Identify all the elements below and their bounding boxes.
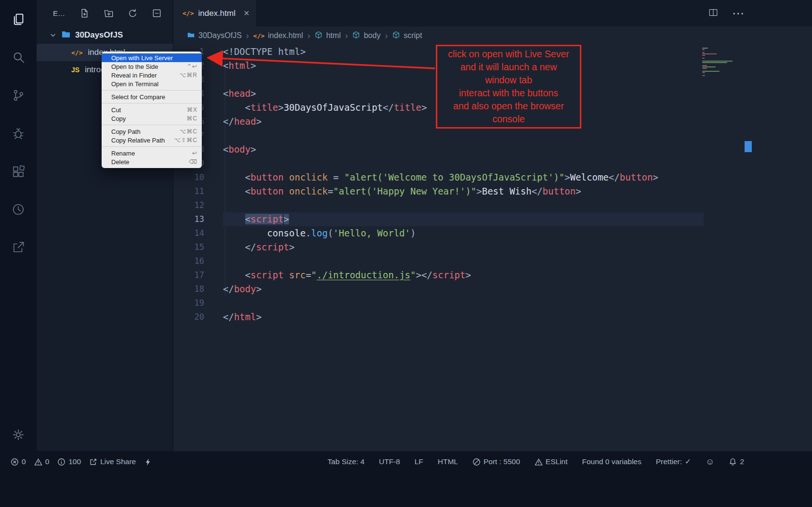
line-content: [223, 296, 704, 310]
menu-item-shortcut: ⌘X: [187, 106, 197, 113]
status-item-bolt[interactable]: [144, 458, 152, 466]
status-item-live-share[interactable]: Live Share: [89, 457, 136, 466]
breadcrumb-item-body[interactable]: body: [352, 31, 380, 41]
menu-item-reveal-in-finder[interactable]: Reveal in Finder⌥⌘R: [102, 71, 202, 79]
menu-item-label: Open in Terminal: [111, 80, 197, 88]
new-file-icon[interactable]: [79, 8, 90, 19]
new-folder-icon[interactable]: [103, 8, 114, 19]
sidebar-actions: [79, 8, 162, 19]
status-item-tab-size[interactable]: Tab Size: 4: [327, 457, 365, 466]
annotation-line: and also open the browser: [438, 100, 579, 113]
more-actions-icon[interactable]: ⋯: [732, 6, 745, 20]
status-item-text: Live Share: [100, 457, 136, 466]
minimap[interactable]: [702, 48, 742, 77]
menu-item-label: Rename: [111, 150, 192, 157]
status-item-eslint[interactable]: ESLint: [535, 457, 568, 466]
split-editor-icon[interactable]: [708, 7, 719, 20]
line-content: [223, 129, 704, 143]
menu-item-rename[interactable]: Rename↩: [102, 149, 202, 157]
status-item-variables[interactable]: Found 0 variables: [582, 457, 642, 466]
refresh-explorer-icon[interactable]: [127, 8, 138, 19]
status-item-notifications[interactable]: 2: [729, 457, 744, 466]
status-item-text: UTF-8: [379, 457, 400, 466]
menu-item-open-in-terminal[interactable]: Open in Terminal: [102, 79, 202, 88]
menu-item-open-with-live-server[interactable]: Open with Live Server: [102, 53, 202, 62]
window-footer: [0, 472, 812, 507]
breadcrumb-item-30daysofjs[interactable]: 30DaysOfJS: [187, 31, 242, 41]
menu-item-cut[interactable]: Cut⌘X: [102, 105, 202, 114]
search-icon[interactable]: [11, 50, 26, 65]
tree-item-30daysofjs[interactable]: 30DaysOfJS: [37, 26, 173, 44]
menu-item-copy-relative-path[interactable]: Copy Relative Path⌥⇧⌘C: [102, 136, 202, 144]
breadcrumb-separator: ›: [385, 31, 388, 41]
live-share-icon[interactable]: [11, 240, 26, 255]
activity-bar: [0, 0, 37, 451]
explorer-icon[interactable]: [11, 12, 26, 27]
code-line-12: 12: [173, 198, 812, 212]
status-item-warnings[interactable]: 0: [34, 457, 50, 466]
line-content: [223, 198, 704, 212]
status-item-prettier[interactable]: Prettier:✓: [656, 457, 691, 466]
status-item-text: 0: [45, 457, 50, 466]
menu-item-open-to-the-side[interactable]: Open to the Side⌃↩: [102, 62, 202, 71]
code-line-11: 11 <button onclick="alert('Happy New Yea…: [173, 184, 812, 198]
breadcrumb-label: script: [404, 31, 422, 40]
collapse-folders-icon[interactable]: [151, 8, 162, 19]
tab-bar: </> index.html × ⋯: [173, 0, 812, 26]
smiley-icon: ☺: [706, 457, 714, 466]
line-content: <body>: [223, 143, 704, 156]
menu-separator: [102, 125, 201, 125]
check-icon: ✓: [685, 457, 691, 466]
code-line-10: 10 <button onclick = "alert('Welcome to …: [173, 170, 812, 184]
code-line-14: 14 console.log('Hello, World'): [173, 226, 812, 240]
status-item-text: Prettier:: [656, 457, 682, 466]
status-item-errors[interactable]: 0: [11, 457, 26, 466]
code-line-8: 8<body>: [173, 143, 812, 156]
extensions-icon[interactable]: [11, 164, 26, 179]
breadcrumb-item-script[interactable]: script: [392, 31, 422, 41]
status-item-eol[interactable]: LF: [415, 457, 423, 466]
tab-index-html[interactable]: </> index.html ×: [173, 0, 257, 26]
annotation-line: window tab: [438, 74, 579, 87]
menu-item-select-for-compare[interactable]: Select for Compare: [102, 92, 202, 101]
line-number: 16: [173, 254, 204, 268]
menu-item-shortcut: ⌥⌘C: [180, 128, 198, 135]
status-item-encoding[interactable]: UTF-8: [379, 457, 400, 466]
menu-item-delete[interactable]: Delete⌫: [102, 157, 202, 166]
source-control-icon[interactable]: [11, 88, 26, 103]
line-number: 10: [173, 170, 204, 184]
js-file-icon: JS: [71, 66, 79, 74]
folder-icon: [187, 31, 195, 41]
menu-item-copy-path[interactable]: Copy Path⌥⌘C: [102, 127, 202, 136]
menu-item-label: Copy Relative Path: [111, 137, 174, 144]
line-content: [223, 254, 704, 268]
bell-icon: [729, 458, 737, 466]
tab-close-icon[interactable]: ×: [244, 8, 249, 19]
overview-ruler-marker: [745, 141, 752, 152]
menu-item-copy[interactable]: Copy⌘C: [102, 114, 202, 123]
code-line-16: 16: [173, 254, 812, 268]
menu-item-label: Cut: [111, 106, 187, 114]
breadcrumb-item-index-html[interactable]: </>index.html: [253, 31, 303, 40]
breadcrumb-label: body: [364, 31, 380, 40]
line-content: <script src="./introduction.js"></script…: [223, 268, 704, 282]
breadcrumb-item-html[interactable]: html: [314, 31, 341, 41]
history-icon[interactable]: [11, 202, 26, 217]
menu-item-shortcut: ⌥⇧⌘C: [174, 137, 197, 143]
line-number: 12: [173, 198, 204, 212]
liveshare-icon: [89, 458, 97, 466]
line-content: </body>: [223, 282, 704, 296]
line-number: 20: [173, 310, 204, 324]
breadcrumb-separator: ›: [246, 31, 249, 41]
menu-separator: [102, 146, 201, 147]
warning-icon: [535, 458, 543, 466]
settings-icon[interactable]: [11, 427, 26, 442]
status-item-language-mode[interactable]: HTML: [438, 457, 458, 466]
status-item-port[interactable]: Port : 5500: [472, 457, 520, 466]
status-item-feedback[interactable]: ☺: [706, 457, 714, 466]
tab-label: index.html: [198, 9, 235, 18]
run-debug-icon[interactable]: [11, 126, 26, 141]
breadcrumb-label: index.html: [268, 31, 303, 40]
symbol-cube-icon: [314, 31, 323, 41]
status-item-info[interactable]: 100: [57, 457, 81, 466]
